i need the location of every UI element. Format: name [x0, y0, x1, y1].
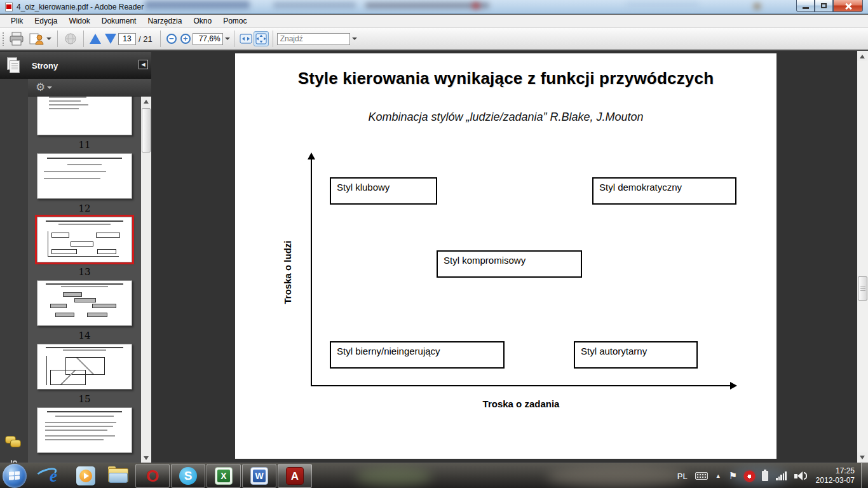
taskbar-blur: [546, 466, 686, 487]
zoom-in-button[interactable]: +: [180, 34, 191, 44]
keyboard-layout-icon[interactable]: [695, 472, 708, 480]
menu-dokument[interactable]: Dokument: [96, 15, 142, 27]
thumbnail-preview[interactable]: [37, 153, 132, 199]
page-label: 11: [37, 139, 132, 149]
maximize-button[interactable]: [815, 0, 833, 12]
options-caret-icon[interactable]: [47, 86, 52, 89]
x-axis-label: Troska o zadania: [311, 398, 731, 409]
thumbnail-preview[interactable]: [37, 217, 132, 262]
adobe-reader-app-icon: [5, 3, 13, 11]
thumbnail-preview[interactable]: [37, 344, 132, 390]
globe-icon: [64, 32, 78, 46]
close-icon: [844, 3, 851, 10]
slide-title: Style kierowania wynikające z funkcji pr…: [235, 69, 776, 88]
separator: [160, 30, 161, 47]
zoom-dropdown-caret-icon[interactable]: [225, 37, 230, 40]
thumbnail-page-16[interactable]: [37, 407, 132, 453]
fit-page-button[interactable]: [254, 31, 269, 46]
collaborate-button[interactable]: [26, 30, 53, 48]
thumbnail-page-14[interactable]: 14: [37, 280, 132, 340]
menu-widok[interactable]: Widok: [63, 15, 95, 27]
gear-icon[interactable]: ⚙: [36, 81, 45, 94]
thumbnail-preview[interactable]: [37, 97, 132, 135]
scrollbar-thumb[interactable]: [858, 276, 867, 301]
aero-blur-blob: [365, 3, 489, 8]
menu-plik[interactable]: Plik: [5, 15, 29, 27]
taskbar-opera[interactable]: O: [135, 464, 170, 488]
windows-logo-icon: [9, 471, 20, 481]
language-indicator[interactable]: PL: [677, 471, 688, 481]
network-signal-icon[interactable]: [776, 471, 787, 480]
scroll-up-arrow[interactable]: [141, 97, 151, 106]
scroll-down-arrow[interactable]: [857, 452, 867, 462]
minimize-icon: [803, 7, 809, 9]
show-desktop-button[interactable]: [861, 463, 868, 488]
thumbnail-page-13-selected[interactable]: 13: [37, 217, 132, 276]
aero-blur-blob: [273, 2, 356, 8]
zoom-level-value[interactable]: 77,6%: [193, 33, 223, 45]
share-button-disabled[interactable]: [62, 30, 79, 48]
minimize-button[interactable]: [796, 0, 815, 12]
menu-pomoc[interactable]: Pomoc: [217, 15, 252, 27]
start-button[interactable]: [3, 464, 27, 488]
close-button[interactable]: [833, 0, 863, 12]
taskbar-internet-explorer[interactable]: e: [39, 463, 67, 488]
tray-date: 2012-03-07: [816, 476, 855, 485]
page-label: 12: [37, 203, 132, 213]
taskbar-media-player[interactable]: [72, 463, 100, 488]
search-dropdown-caret-icon[interactable]: [352, 37, 357, 40]
style-box-demokratyczny: Styl demokratyczny: [592, 177, 736, 205]
print-button[interactable]: [7, 30, 26, 48]
x-axis-line: [311, 385, 731, 386]
thumbnail-page-12[interactable]: 12: [37, 153, 132, 213]
comments-icon[interactable]: [5, 436, 22, 449]
menu-okno[interactable]: Okno: [187, 15, 217, 27]
pages-panel-title: Strony: [32, 61, 58, 71]
menu-edycja[interactable]: Edycja: [29, 15, 63, 27]
slide-subtitle: Kombinacja stylów „ludzie/zadania” R.Bla…: [235, 111, 776, 124]
scroll-up-arrow[interactable]: [857, 51, 867, 61]
zoom-out-button[interactable]: −: [166, 34, 177, 44]
menu-narzedzia[interactable]: Narzędzia: [142, 15, 187, 27]
scroll-down-arrow[interactable]: [141, 453, 151, 463]
main-scrollbar[interactable]: [857, 51, 868, 463]
action-center-flag-icon[interactable]: ⚑: [729, 470, 737, 482]
battery-icon[interactable]: [762, 471, 768, 481]
pages-panel: ⚙ 11: [28, 79, 151, 463]
y-axis-line: [311, 159, 312, 386]
aero-blur-blob: [626, 2, 699, 8]
thumbnail-page-15[interactable]: 15: [37, 344, 132, 403]
show-hidden-icons-button[interactable]: ▲: [715, 473, 721, 479]
panel-options-row: ⚙: [28, 79, 151, 97]
thumbnail-preview[interactable]: [37, 280, 132, 326]
taskbar-excel[interactable]: X: [207, 464, 241, 488]
taskbar-word[interactable]: W: [242, 464, 276, 488]
taskbar-skype[interactable]: S: [171, 464, 205, 488]
window-title: 4_oiz_kierowanie.pdf - Adobe Reader: [17, 3, 144, 11]
aero-blur-blob: [472, 3, 480, 9]
printer-icon: [9, 32, 24, 46]
collapse-panel-button[interactable]: ◀: [139, 60, 148, 69]
style-box-kompromisowy: Styl kompromisowy: [437, 250, 582, 278]
volume-icon[interactable]: [794, 471, 807, 480]
separator: [57, 30, 58, 47]
taskbar-explorer[interactable]: [104, 463, 132, 488]
fit-width-button[interactable]: [238, 31, 254, 46]
antivirus-icon[interactable]: [745, 471, 754, 481]
scrollbar-thumb[interactable]: [142, 108, 151, 152]
title-bar: 4_oiz_kierowanie.pdf - Adobe Reader: [0, 0, 868, 14]
thumbnail-scrollbar[interactable]: [141, 97, 151, 463]
next-page-button[interactable]: [103, 30, 118, 48]
taskbar-adobe-reader-active[interactable]: A: [278, 464, 312, 488]
previous-page-button[interactable]: [88, 30, 103, 48]
toolbar: / 21 − + 77,6%: [0, 28, 868, 51]
thumbnail-list: 11 12: [28, 97, 141, 463]
thumbnail-preview[interactable]: [37, 407, 132, 453]
clock[interactable]: 17:25 2012-03-07: [816, 466, 855, 485]
taskbar-blur: [356, 467, 432, 486]
navigation-icon-column: [0, 79, 28, 463]
adobe-reader-icon: A: [286, 467, 304, 485]
thumbnail-page-11[interactable]: 11: [37, 97, 132, 149]
page-number-input[interactable]: [118, 33, 136, 45]
search-input[interactable]: [277, 33, 350, 45]
